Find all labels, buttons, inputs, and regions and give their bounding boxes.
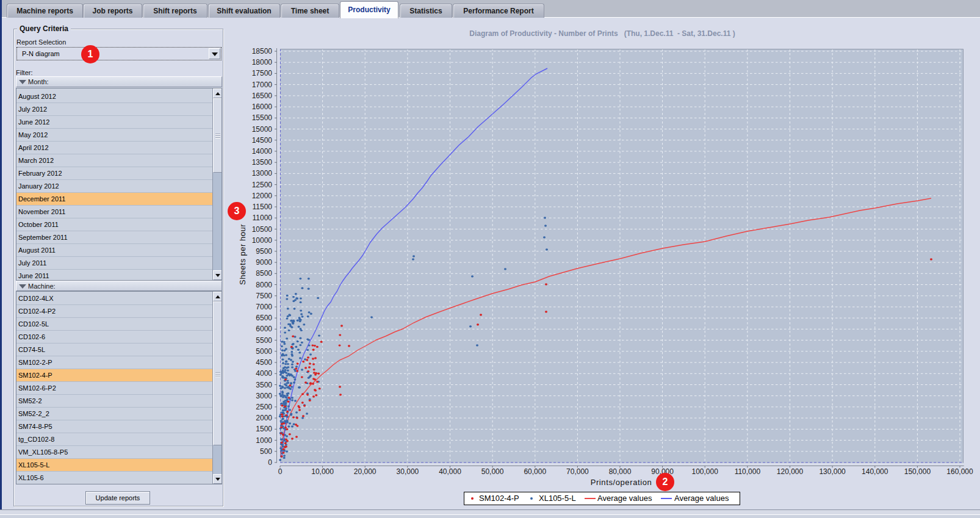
svg-text:9500: 9500 <box>256 247 272 256</box>
svg-text:8000: 8000 <box>256 281 272 289</box>
svg-text:10,000: 10,000 <box>311 467 334 476</box>
svg-text:1000: 1000 <box>256 436 272 445</box>
svg-text:13500: 13500 <box>252 158 273 167</box>
svg-text:13000: 13000 <box>252 169 273 178</box>
svg-text:30,000: 30,000 <box>397 467 419 476</box>
svg-text:18000: 18000 <box>252 58 273 67</box>
svg-text:50,000: 50,000 <box>481 467 504 476</box>
svg-text:9000: 9000 <box>256 258 272 267</box>
svg-text:100,000: 100,000 <box>692 467 719 476</box>
svg-text:11000: 11000 <box>253 214 273 222</box>
svg-text:15500: 15500 <box>252 113 273 122</box>
svg-text:80,000: 80,000 <box>609 467 632 476</box>
svg-text:17000: 17000 <box>252 81 273 89</box>
svg-text:110,000: 110,000 <box>735 467 761 476</box>
svg-text:160,000: 160,000 <box>946 467 973 476</box>
svg-text:4000: 4000 <box>256 369 272 378</box>
svg-text:3000: 3000 <box>256 392 272 400</box>
svg-text:15000: 15000 <box>252 125 273 134</box>
svg-text:18500: 18500 <box>252 47 273 56</box>
svg-text:120,000: 120,000 <box>777 467 804 476</box>
svg-text:5500: 5500 <box>256 336 272 345</box>
svg-text:500: 500 <box>260 447 272 456</box>
svg-text:3500: 3500 <box>256 381 272 389</box>
svg-text:1500: 1500 <box>256 425 272 433</box>
svg-text:12500: 12500 <box>252 181 273 189</box>
svg-text:2500: 2500 <box>256 403 272 411</box>
svg-text:11500: 11500 <box>253 203 273 211</box>
svg-text:6000: 6000 <box>256 325 272 333</box>
svg-text:10500: 10500 <box>252 225 273 234</box>
svg-text:12000: 12000 <box>252 192 273 200</box>
svg-text:70,000: 70,000 <box>566 467 589 476</box>
svg-text:140,000: 140,000 <box>862 467 888 476</box>
svg-text:150,000: 150,000 <box>904 467 931 476</box>
svg-text:16500: 16500 <box>252 92 273 100</box>
svg-text:17500: 17500 <box>252 69 273 77</box>
svg-text:4500: 4500 <box>256 358 272 367</box>
svg-text:14000: 14000 <box>252 147 273 156</box>
svg-text:2000: 2000 <box>256 414 272 422</box>
svg-text:40,000: 40,000 <box>439 467 461 476</box>
svg-text:5000: 5000 <box>256 347 272 356</box>
svg-text:20,000: 20,000 <box>354 467 377 476</box>
svg-text:130,000: 130,000 <box>819 467 846 476</box>
svg-text:14500: 14500 <box>252 136 273 145</box>
svg-text:6500: 6500 <box>256 314 272 322</box>
svg-text:0: 0 <box>278 467 283 476</box>
svg-text:8500: 8500 <box>256 269 272 278</box>
svg-text:0: 0 <box>268 458 272 467</box>
svg-text:60,000: 60,000 <box>524 467 546 476</box>
svg-text:16000: 16000 <box>252 103 273 111</box>
svg-text:7000: 7000 <box>256 303 272 311</box>
svg-text:10000: 10000 <box>252 236 273 245</box>
svg-text:7500: 7500 <box>256 292 272 300</box>
